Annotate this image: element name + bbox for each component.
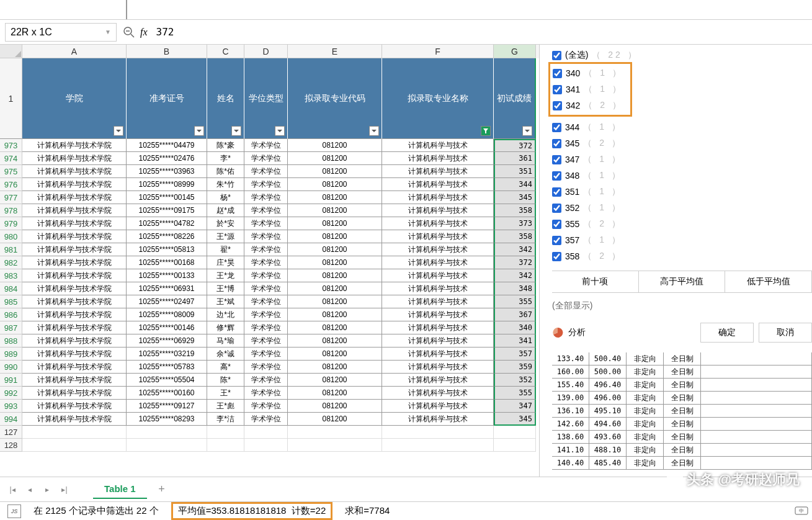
- cell[interactable]: 学术学位: [244, 269, 288, 282]
- checkbox[interactable]: [553, 69, 562, 78]
- cell[interactable]: 10255*****06931: [127, 282, 207, 295]
- filter-item[interactable]: 341 （ 1 ）: [553, 81, 628, 97]
- cell[interactable]: 计算机科学与技术学院: [22, 165, 127, 178]
- checkbox[interactable]: [553, 85, 562, 94]
- formula-input[interactable]: [153, 23, 463, 42]
- row-header[interactable]: 128: [0, 439, 22, 452]
- cell[interactable]: 10255*****04782: [127, 217, 207, 230]
- cell[interactable]: 计算机科学与技术学院: [22, 217, 127, 230]
- cell[interactable]: 李*: [207, 152, 244, 165]
- cell[interactable]: 计算机科学与技术学院: [22, 361, 127, 374]
- cell-selected[interactable]: 340: [494, 321, 536, 334]
- row-header[interactable]: 982: [0, 256, 22, 269]
- cell[interactable]: 10255*****08226: [127, 230, 207, 243]
- cell[interactable]: 081200: [288, 152, 382, 165]
- row-header[interactable]: 987: [0, 321, 22, 334]
- cell[interactable]: 学术学位: [244, 178, 288, 191]
- row-header[interactable]: 127: [0, 426, 22, 439]
- cell[interactable]: 计算机科学与技术: [382, 139, 494, 152]
- cell[interactable]: 王*斌: [207, 295, 244, 308]
- cell[interactable]: 非定向: [627, 379, 664, 392]
- cell[interactable]: 081200: [288, 374, 382, 387]
- checkbox[interactable]: [552, 236, 561, 245]
- cell[interactable]: 10255*****02476: [127, 152, 207, 165]
- cell[interactable]: 计算机科学与技术: [382, 204, 494, 217]
- filter-item[interactable]: 342 （ 2 ）: [553, 97, 628, 114]
- cell[interactable]: 155.40: [552, 379, 589, 392]
- cell[interactable]: 陈*佑: [207, 165, 244, 178]
- row-header[interactable]: 973: [0, 139, 22, 152]
- cell[interactable]: 计算机科学与技术学院: [22, 191, 127, 204]
- cell[interactable]: 计算机科学与技术学院: [22, 204, 127, 217]
- cell[interactable]: 学术学位: [244, 400, 288, 413]
- cell[interactable]: [701, 418, 812, 431]
- cell[interactable]: 非定向: [627, 444, 664, 457]
- zoom-out-icon[interactable]: [123, 26, 135, 38]
- ok-button[interactable]: 确定: [700, 323, 754, 343]
- row-header[interactable]: 976: [0, 178, 22, 191]
- cell[interactable]: 081200: [288, 243, 382, 256]
- cell[interactable]: 10255*****05813: [127, 243, 207, 256]
- row-header[interactable]: 974: [0, 152, 22, 165]
- cell[interactable]: 全日制: [664, 444, 701, 457]
- cell-selected[interactable]: 358: [494, 230, 536, 243]
- cell[interactable]: 081200: [288, 217, 382, 230]
- filter-item[interactable]: 347 （ 1 ）: [552, 151, 812, 168]
- cell[interactable]: 计算机科学与技术: [382, 165, 494, 178]
- cell[interactable]: 10255*****05504: [127, 374, 207, 387]
- cell[interactable]: 081200: [288, 308, 382, 321]
- cell[interactable]: 杨*: [207, 191, 244, 204]
- cell[interactable]: 学术学位: [244, 139, 288, 152]
- cell[interactable]: 081200: [288, 204, 382, 217]
- cell[interactable]: 王*彪: [207, 400, 244, 413]
- cancel-button[interactable]: 取消: [759, 323, 812, 343]
- input-mode-icon[interactable]: 中: [795, 505, 808, 516]
- cell[interactable]: [701, 431, 812, 444]
- cell[interactable]: 马*瑜: [207, 334, 244, 347]
- col-header-A[interactable]: A: [22, 45, 127, 58]
- row-header[interactable]: 989: [0, 347, 22, 361]
- cell-selected[interactable]: 352: [494, 374, 536, 387]
- cell[interactable]: 计算机科学与技术学院: [22, 400, 127, 413]
- cell[interactable]: 计算机科学与技术: [382, 256, 494, 269]
- cell[interactable]: 学术学位: [244, 413, 288, 426]
- fx-label[interactable]: fx: [140, 27, 148, 38]
- cell[interactable]: 高*: [207, 361, 244, 374]
- cell[interactable]: 10255*****06929: [127, 334, 207, 347]
- cell[interactable]: 学术学位: [244, 374, 288, 387]
- cell[interactable]: 081200: [288, 139, 382, 152]
- cell[interactable]: 计算机科学与技术学院: [22, 139, 127, 152]
- cell[interactable]: 计算机科学与技术: [382, 178, 494, 191]
- cell[interactable]: 王*龙: [207, 269, 244, 282]
- cell[interactable]: 非定向: [627, 457, 664, 470]
- cell[interactable]: 计算机科学与技术: [382, 243, 494, 256]
- checkbox[interactable]: [552, 187, 561, 197]
- cell[interactable]: 10255*****00168: [127, 256, 207, 269]
- filter-item[interactable]: 345 （ 2 ）: [552, 135, 812, 151]
- cell[interactable]: 学术学位: [244, 152, 288, 165]
- cell-selected[interactable]: 372: [494, 139, 536, 152]
- tab-below-avg[interactable]: 低于平均值: [725, 271, 812, 292]
- tab-top10[interactable]: 前十项: [552, 271, 639, 292]
- cell[interactable]: 081200: [288, 178, 382, 191]
- cell[interactable]: 学术学位: [244, 204, 288, 217]
- cell[interactable]: 081200: [288, 295, 382, 308]
- cell[interactable]: 计算机科学与技术: [382, 152, 494, 165]
- checkbox[interactable]: [552, 123, 561, 132]
- cell[interactable]: 全日制: [664, 379, 701, 392]
- filter-icon[interactable]: [275, 126, 285, 136]
- cell-selected[interactable]: 345: [494, 191, 536, 204]
- cell[interactable]: 庄*昊: [207, 256, 244, 269]
- cell[interactable]: 081200: [288, 230, 382, 243]
- cell[interactable]: 学术学位: [244, 295, 288, 308]
- cell[interactable]: 学术学位: [244, 243, 288, 256]
- cell-selected[interactable]: 345: [494, 413, 536, 426]
- cell[interactable]: 081200: [288, 269, 382, 282]
- cell[interactable]: 陈*: [207, 374, 244, 387]
- cell[interactable]: 计算机科学与技术: [382, 387, 494, 400]
- cell-selected[interactable]: 342: [494, 243, 536, 256]
- checkbox[interactable]: [552, 51, 561, 60]
- cell[interactable]: 王*源: [207, 230, 244, 243]
- cell[interactable]: 计算机科学与技术学院: [22, 152, 127, 165]
- checkbox[interactable]: [552, 171, 561, 181]
